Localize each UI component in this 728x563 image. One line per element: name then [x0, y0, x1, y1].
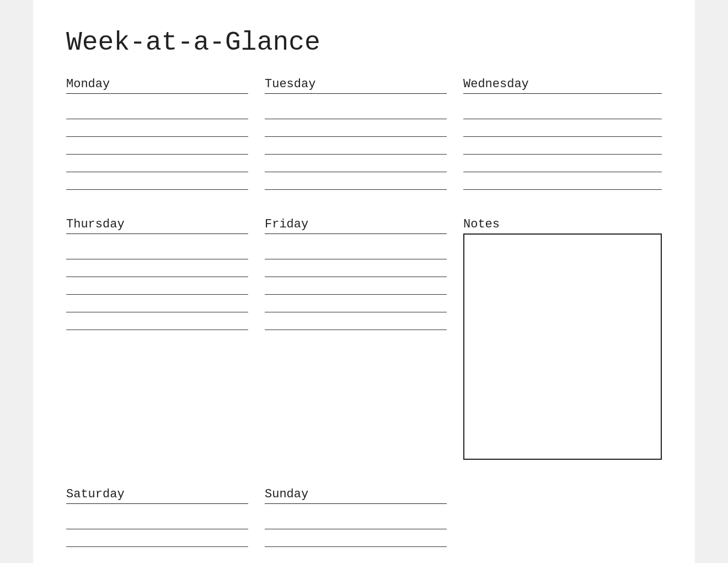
notes-label: Notes — [463, 217, 662, 231]
monday-lines — [66, 102, 248, 190]
monday-cell: Monday — [66, 77, 265, 206]
friday-header-line — [265, 233, 447, 234]
saturday-lines — [66, 512, 248, 563]
wednesday-lines — [463, 102, 662, 190]
friday-label: Friday — [265, 217, 447, 231]
saturday-header-line — [66, 503, 248, 504]
monday-line-1 — [66, 102, 248, 119]
tuesday-line-5 — [265, 172, 447, 190]
tuesday-cell: Tuesday — [265, 77, 463, 206]
thursday-header-line — [66, 233, 248, 234]
saturday-line-1 — [66, 512, 248, 529]
wednesday-header-line — [463, 93, 662, 94]
tuesday-label: Tuesday — [265, 77, 447, 91]
thursday-line-2 — [66, 259, 248, 277]
saturday-cell: Saturday — [66, 487, 265, 563]
notes-placeholder — [463, 487, 662, 563]
friday-line-2 — [265, 259, 447, 277]
wednesday-label: Wednesday — [463, 77, 662, 91]
friday-line-1 — [265, 242, 447, 259]
saturday-line-2 — [66, 529, 248, 547]
thursday-line-5 — [66, 312, 248, 330]
sunday-cell: Sunday — [265, 487, 463, 563]
thursday-line-3 — [66, 277, 248, 295]
sunday-lines — [265, 512, 447, 563]
thursday-cell: Thursday — [66, 217, 265, 347]
page-title: Week-at-a-Glance — [66, 28, 662, 57]
wednesday-line-5 — [463, 172, 662, 190]
friday-line-4 — [265, 295, 447, 312]
bottom-row: Saturday Sunday — [66, 487, 662, 563]
tuesday-header-line — [265, 93, 447, 94]
sunday-line-2 — [265, 529, 447, 547]
thursday-label: Thursday — [66, 217, 248, 231]
notes-box[interactable] — [463, 233, 662, 460]
friday-line-5 — [265, 312, 447, 330]
notes-cell: Notes — [463, 217, 662, 476]
tuesday-line-4 — [265, 155, 447, 172]
friday-lines — [265, 242, 447, 330]
tuesday-line-1 — [265, 102, 447, 119]
saturday-label: Saturday — [66, 487, 248, 501]
monday-line-2 — [66, 119, 248, 137]
tuesday-line-3 — [265, 137, 447, 155]
saturday-line-3 — [66, 547, 248, 563]
sunday-line-3 — [265, 547, 447, 563]
wednesday-cell: Wednesday — [463, 77, 662, 206]
monday-line-4 — [66, 155, 248, 172]
tuesday-lines — [265, 102, 447, 190]
thursday-line-4 — [66, 295, 248, 312]
wednesday-line-3 — [463, 137, 662, 155]
sunday-label: Sunday — [265, 487, 447, 501]
monday-header-line — [66, 93, 248, 94]
monday-line-5 — [66, 172, 248, 190]
wednesday-line-4 — [463, 155, 662, 172]
wednesday-line-2 — [463, 119, 662, 137]
thursday-lines — [66, 242, 248, 330]
wednesday-line-1 — [463, 102, 662, 119]
sunday-header-line — [265, 503, 447, 504]
friday-cell: Friday — [265, 217, 463, 347]
top-row: Monday Tuesday Wednesday — [66, 77, 662, 206]
page: Week-at-a-Glance Monday Tuesday — [33, 0, 695, 563]
tuesday-line-2 — [265, 119, 447, 137]
friday-line-3 — [265, 277, 447, 295]
sunday-line-1 — [265, 512, 447, 529]
middle-row: Thursday Friday Notes — [66, 217, 662, 476]
thursday-line-1 — [66, 242, 248, 259]
monday-line-3 — [66, 137, 248, 155]
monday-label: Monday — [66, 77, 248, 91]
